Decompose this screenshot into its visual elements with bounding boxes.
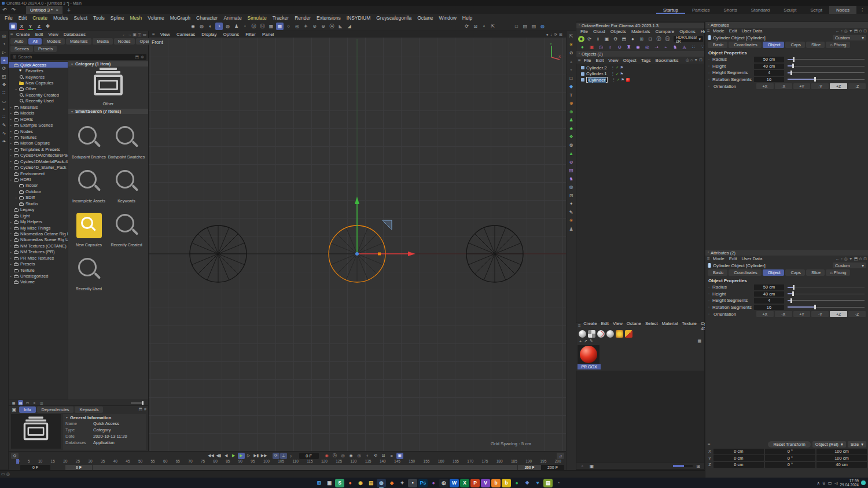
menu-item[interactable]: Help — [459, 15, 475, 21]
attribute-tab[interactable]: Coordinates — [729, 269, 761, 276]
preset-dropdown[interactable]: Custom ▾ — [833, 263, 866, 268]
taskbar-app-icon[interactable]: V — [481, 479, 490, 487]
panel-icon[interactable]: ⌂ — [690, 58, 693, 62]
orientation-option[interactable]: +Z — [830, 311, 847, 317]
menu-item[interactable]: Tracker — [270, 15, 292, 21]
layout-tab[interactable]: Startup — [656, 6, 685, 14]
loop-button[interactable]: ⟳ — [273, 453, 279, 459]
toolbar-icon[interactable]: ◍ — [539, 23, 546, 30]
attribute-tab[interactable]: Coordinates — [729, 42, 761, 48]
standard-material-icon[interactable] — [606, 330, 614, 338]
menu-item[interactable]: Simulate — [245, 15, 270, 21]
asset-tree-item[interactable]: ▪ My MIsc Things — [9, 225, 68, 231]
asset-tree-item[interactable]: ▪ Volume — [9, 279, 68, 285]
menu-item[interactable]: Character — [193, 15, 220, 21]
panel-pin-icon[interactable]: ˣ — [579, 24, 580, 27]
tool-icon[interactable]: ∿ — [1, 130, 8, 137]
menu-item[interactable]: Edit — [727, 28, 740, 34]
octane-toolbar-icon[interactable]: ⊞ — [638, 35, 645, 43]
material-item[interactable]: PR GGX — [576, 344, 602, 371]
assign-icon[interactable]: ↗ — [584, 339, 587, 343]
key-dot-icon[interactable]: ◦ — [708, 64, 712, 68]
rotation-field[interactable]: 0 ° — [765, 455, 815, 461]
menu-item[interactable]: Create — [14, 32, 32, 37]
layout-tab[interactable]: Script — [803, 6, 829, 14]
layout-tab[interactable]: Particles — [685, 6, 717, 14]
taskbar-app-icon[interactable]: ▤ — [366, 479, 376, 487]
property-slider[interactable] — [788, 57, 866, 62]
tool-icon[interactable]: ◡ — [1, 97, 8, 105]
range-slider-left[interactable]: 0 F — [65, 465, 92, 470]
coordinate-mode-dropdown[interactable]: Object (Rel) ▾ — [812, 441, 846, 448]
status-icon[interactable]: ▭ — [1, 472, 5, 476]
taskbar-app-icon[interactable]: ● — [512, 479, 521, 487]
toolbar-icon[interactable]: Ⓐ — [328, 23, 336, 30]
property-slider[interactable] — [788, 64, 866, 68]
orientation-option[interactable]: -Y — [811, 311, 829, 317]
octane-toolbar-icon[interactable]: ◉ — [634, 43, 642, 51]
key-dot-icon[interactable]: ◦ — [708, 312, 712, 316]
taskbar-app-icon[interactable]: ✦ — [398, 479, 407, 487]
scale-field[interactable]: 40 cm — [816, 462, 867, 468]
tool-icon[interactable]: ✎ — [1, 121, 8, 129]
orientation-option[interactable]: +X — [756, 311, 774, 317]
visibility-dots-icon[interactable]: ⋮ — [611, 72, 615, 76]
menu-item[interactable]: Tools — [90, 15, 108, 21]
panel-pin-icon[interactable]: ˣ — [579, 52, 580, 56]
octane-tool-icon[interactable]: ◆ — [567, 83, 575, 90]
menu-item[interactable]: Display — [198, 32, 219, 37]
attribute-tab[interactable]: ⌂Phong — [826, 42, 850, 48]
toolbar-icon[interactable]: ⟳ — [463, 23, 470, 30]
objects-panel-header[interactable]: ˣ Objects (2) — [576, 51, 704, 57]
scale-field[interactable]: 100 cm — [816, 455, 867, 461]
view-thumb-icon[interactable]: ◫ — [39, 400, 44, 405]
panel-icon[interactable]: ▭ — [142, 32, 146, 37]
transport-button[interactable]: ◀◀ — [207, 453, 215, 459]
key-dot-icon[interactable]: ◦ — [708, 84, 712, 88]
attribute-tab[interactable]: Slice — [806, 42, 825, 48]
keying-button[interactable]: ◎ — [356, 453, 363, 459]
enabled-check-icon[interactable]: ✓ — [616, 65, 619, 70]
object-name[interactable]: Cylinder.1 — [586, 71, 607, 76]
tab-keywords[interactable]: Keywords — [75, 406, 103, 413]
octane-tool-icon[interactable]: ◍ — [567, 183, 575, 191]
tool-icon[interactable]: ∷ — [1, 89, 8, 97]
panel-icon[interactable]: ⊡ — [699, 58, 703, 62]
attribute-tab[interactable]: Caps — [785, 269, 805, 276]
menu-item[interactable]: Materials — [629, 29, 652, 34]
menu-item[interactable]: Create — [30, 15, 50, 21]
menu-item[interactable]: User Data — [739, 28, 764, 34]
key-dot-icon[interactable]: ◦ — [708, 305, 712, 309]
panel-icon[interactable]: → — [127, 32, 131, 37]
property-value-field[interactable]: 4 — [754, 298, 784, 304]
add-tab-button[interactable]: + — [62, 7, 75, 13]
octane-tool-icon[interactable]: ▲ — [567, 150, 575, 157]
octane-logo-icon[interactable] — [578, 36, 584, 42]
position-field[interactable]: 0 cm — [713, 455, 764, 461]
document-tab[interactable]: Untitled 3 * × — [26, 6, 62, 14]
panel-icon[interactable]: ◎ — [844, 257, 848, 261]
object-row[interactable]: Cylinder.1 ⋮✓⚑ — [576, 71, 704, 77]
asset-item-other[interactable]: Other — [68, 66, 148, 109]
material-tag-icon[interactable] — [626, 78, 630, 82]
octane-toolbar-icon[interactable]: ⊙ — [616, 43, 623, 51]
panel-icon[interactable]: ▼ — [694, 58, 698, 62]
key-dot-icon[interactable]: ◦ — [708, 58, 712, 61]
view-flat-icon[interactable]: ≡ — [32, 400, 37, 405]
category-section-header[interactable]: ▼ Category (1 Item) — [68, 61, 148, 66]
panel-icon[interactable]: ▼ — [849, 257, 853, 261]
menu-item[interactable]: INSYDIUM — [344, 15, 374, 21]
range-slider-right[interactable]: 200 F — [518, 465, 541, 470]
toolbar-icon[interactable]: ⊡ — [472, 23, 479, 30]
octane-tool-icon[interactable]: ✳ — [567, 41, 575, 49]
menu-item[interactable]: Databases — [61, 32, 88, 37]
enabled-check-icon[interactable]: ✓ — [617, 77, 620, 82]
octane-material-icon[interactable] — [616, 330, 623, 338]
toolbar-icon[interactable]: ▫ — [241, 23, 249, 30]
menu-item[interactable]: Octane — [414, 15, 436, 21]
panel-icon[interactable]: ↑ — [841, 257, 843, 261]
tool-icon[interactable]: ◔ — [1, 40, 8, 48]
property-slider[interactable] — [788, 291, 866, 296]
tray-icon[interactable]: ◅ — [834, 480, 838, 486]
view-grid-icon[interactable]: ▦ — [11, 400, 16, 405]
